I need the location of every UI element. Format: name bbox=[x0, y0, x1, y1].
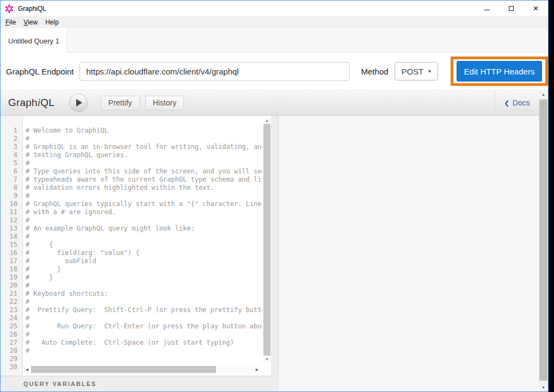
method-select[interactable]: POST ▾ bbox=[395, 62, 438, 80]
line-number: 24 bbox=[1, 314, 22, 322]
scroll-up-icon[interactable]: ▲ bbox=[263, 117, 271, 124]
graphiql-toolbar: GraphiQL Prettify History ❮ Docs bbox=[1, 90, 539, 116]
endpoint-input[interactable] bbox=[79, 62, 350, 81]
code-line: # testing GraphQL queries. bbox=[26, 151, 262, 159]
code-line bbox=[26, 355, 262, 363]
line-number: 25 bbox=[1, 322, 22, 331]
editor-vscroll-thumb[interactable] bbox=[263, 124, 270, 356]
line-number: 22 bbox=[1, 298, 22, 306]
code-line: # { bbox=[26, 241, 262, 249]
menu-help[interactable]: Help bbox=[41, 16, 63, 28]
code-line: # bbox=[26, 159, 262, 167]
caption-buttons: ✕ bbox=[475, 1, 548, 16]
minimize-icon bbox=[484, 10, 490, 10]
code-line: # subField bbox=[26, 257, 262, 265]
graphql-logo-icon bbox=[5, 4, 14, 13]
line-number: 1 bbox=[1, 127, 22, 135]
line-number: 26 bbox=[1, 331, 22, 339]
line-number: 27 bbox=[1, 339, 22, 347]
menu-file[interactable]: File bbox=[2, 16, 20, 28]
line-number: 3 bbox=[1, 143, 22, 151]
code-line: # An example GraphQL query might look li… bbox=[26, 225, 262, 233]
minimize-button[interactable] bbox=[475, 1, 499, 16]
code-line: # bbox=[26, 233, 262, 241]
tab-label: Untitled Query 1 bbox=[8, 37, 59, 45]
line-number: 6 bbox=[1, 167, 22, 176]
scroll-up-icon[interactable]: ▲ bbox=[539, 90, 548, 98]
menu-help-rest: Help bbox=[45, 18, 59, 26]
scroll-down-icon[interactable]: ▼ bbox=[263, 356, 271, 363]
close-button[interactable]: ✕ bbox=[524, 1, 548, 16]
method-selected-value: POST bbox=[401, 67, 423, 76]
result-pane bbox=[279, 116, 539, 391]
query-variables-title: QUERY VARIABLES bbox=[23, 381, 96, 387]
line-number: 28 bbox=[1, 347, 22, 355]
prettify-button[interactable]: Prettify bbox=[101, 96, 140, 110]
line-number: 13 bbox=[1, 225, 22, 233]
window-vscroll-thumb[interactable] bbox=[539, 99, 547, 381]
editor-horizontal-scrollbar[interactable]: ◀ ▶ bbox=[23, 365, 261, 374]
code-line: # Type queries into this side of the scr… bbox=[26, 167, 262, 176]
line-number: 4 bbox=[1, 151, 22, 159]
wordmark-graph: Graph bbox=[8, 97, 38, 108]
window-title: GraphiQL bbox=[18, 5, 46, 13]
edit-http-headers-button[interactable]: Edit HTTP Headers bbox=[457, 61, 542, 82]
line-number: 15 bbox=[1, 241, 22, 249]
editor-vertical-scrollbar[interactable]: ▲ ▼ bbox=[263, 117, 271, 363]
line-number: 29 bbox=[1, 355, 22, 363]
docs-toggle[interactable]: ❮ Docs bbox=[495, 90, 539, 115]
line-number: 14 bbox=[1, 233, 22, 241]
window-vertical-scrollbar[interactable]: ▲ ▼ bbox=[539, 90, 548, 391]
code-line: # validation errors highlighted within t… bbox=[26, 184, 262, 192]
line-number: 17 bbox=[1, 257, 22, 265]
code-line: # bbox=[26, 135, 262, 143]
code-line: # } bbox=[26, 265, 262, 273]
line-number: 18 bbox=[1, 265, 22, 273]
editor-hscroll-thumb[interactable] bbox=[31, 366, 216, 373]
pane-divider bbox=[271, 116, 279, 376]
graphiql-wordmark: GraphiQL bbox=[8, 97, 54, 109]
play-icon bbox=[76, 99, 82, 107]
tab-strip: Untitled Query 1 bbox=[1, 28, 548, 53]
scroll-down-icon[interactable]: ▼ bbox=[539, 383, 548, 391]
title-bar: GraphiQL ✕ bbox=[1, 1, 548, 16]
query-variables-bar[interactable]: QUERY VARIABLES bbox=[1, 376, 279, 391]
maximize-button[interactable] bbox=[499, 1, 524, 16]
code-line: # bbox=[26, 282, 262, 290]
code-line: # bbox=[26, 298, 262, 306]
history-button[interactable]: History bbox=[145, 96, 184, 110]
query-editor-pane: 1234567891011121314151617181920212223242… bbox=[1, 116, 279, 391]
chevron-left-icon: ❮ bbox=[504, 99, 509, 107]
code-line: # bbox=[26, 216, 262, 225]
tab-untitled-query-1[interactable]: Untitled Query 1 bbox=[1, 28, 67, 53]
editor-gutter: 1234567891011121314151617181920212223242… bbox=[1, 116, 23, 376]
line-number: 11 bbox=[1, 208, 22, 216]
code-line: # Welcome to GraphiQL bbox=[26, 127, 262, 135]
query-editor[interactable]: 1234567891011121314151617181920212223242… bbox=[1, 116, 279, 376]
wordmark-ql: QL bbox=[40, 97, 54, 108]
execute-query-button[interactable] bbox=[69, 94, 88, 112]
menu-view-accesskey: V bbox=[23, 18, 28, 26]
menu-file-rest: ile bbox=[9, 18, 16, 26]
code-line: # } bbox=[26, 273, 262, 282]
line-number: 12 bbox=[1, 216, 22, 225]
main-region: GraphiQL Prettify History ❮ Docs 1234567… bbox=[1, 90, 548, 391]
scroll-right-icon[interactable]: ▶ bbox=[254, 365, 261, 374]
menu-bar: File View Help bbox=[1, 16, 548, 28]
code-line: # bbox=[26, 192, 262, 200]
line-number: 16 bbox=[1, 249, 22, 257]
close-icon: ✕ bbox=[533, 5, 539, 12]
scroll-left-icon[interactable]: ◀ bbox=[23, 365, 30, 374]
method-label: Method bbox=[361, 67, 389, 76]
code-line: # Keyboard shortcuts: bbox=[26, 290, 262, 298]
editor-lines[interactable]: # Welcome to GraphiQL## GraphiQL is an i… bbox=[23, 116, 262, 376]
chevron-down-icon: ▾ bbox=[428, 69, 431, 74]
headers-highlight-box: Edit HTTP Headers bbox=[451, 57, 548, 86]
code-line: # with a # are ignored. bbox=[26, 208, 262, 216]
docs-label: Docs bbox=[513, 98, 530, 107]
line-number: 7 bbox=[1, 176, 22, 184]
code-line: # GraphQL queries typically start with a… bbox=[26, 200, 262, 208]
code-line: # GraphiQL is an in-browser tool for wri… bbox=[26, 143, 262, 151]
line-number: 19 bbox=[1, 273, 22, 282]
menu-view[interactable]: View bbox=[20, 16, 41, 28]
